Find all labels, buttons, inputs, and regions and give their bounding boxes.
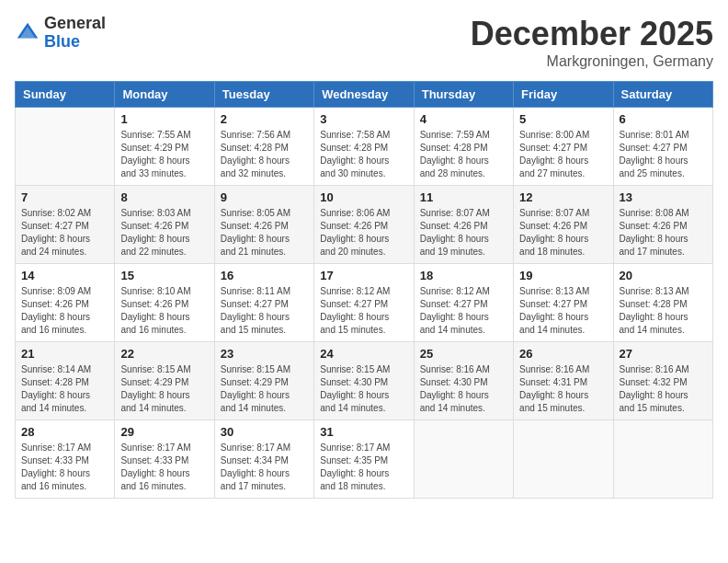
day-number: 9: [221, 190, 308, 204]
day-number: 12: [519, 190, 607, 204]
column-header-monday: Monday: [115, 82, 214, 108]
calendar-cell: 27Sunrise: 8:16 AM Sunset: 4:32 PM Dayli…: [613, 342, 712, 420]
calendar-cell: 28Sunrise: 8:17 AM Sunset: 4:33 PM Dayli…: [16, 420, 115, 499]
day-number: 26: [519, 347, 607, 361]
calendar-cell: [613, 420, 712, 499]
column-header-saturday: Saturday: [613, 82, 712, 108]
calendar-cell: 30Sunrise: 8:17 AM Sunset: 4:34 PM Dayli…: [214, 420, 313, 499]
day-number: 28: [21, 425, 108, 439]
day-info: Sunrise: 8:15 AM Sunset: 4:30 PM Dayligh…: [320, 363, 407, 415]
day-number: 16: [221, 269, 308, 282]
day-number: 3: [320, 112, 407, 126]
calendar-cell: 9Sunrise: 8:05 AM Sunset: 4:26 PM Daylig…: [214, 186, 313, 264]
calendar-cell: 8Sunrise: 8:03 AM Sunset: 4:26 PM Daylig…: [115, 186, 214, 264]
day-number: 18: [420, 269, 507, 282]
calendar-cell: 31Sunrise: 8:17 AM Sunset: 4:35 PM Dayli…: [314, 420, 414, 499]
calendar-table: SundayMondayTuesdayWednesdayThursdayFrid…: [15, 81, 713, 499]
day-number: 22: [120, 347, 208, 361]
calendar-cell: 26Sunrise: 8:16 AM Sunset: 4:31 PM Dayli…: [514, 342, 613, 420]
day-info: Sunrise: 8:03 AM Sunset: 4:26 PM Dayligh…: [120, 207, 208, 259]
day-number: 23: [221, 347, 308, 361]
day-info: Sunrise: 7:55 AM Sunset: 4:29 PM Dayligh…: [120, 129, 208, 180]
calendar-cell: 29Sunrise: 8:17 AM Sunset: 4:33 PM Dayli…: [115, 420, 214, 499]
day-info: Sunrise: 8:10 AM Sunset: 4:26 PM Dayligh…: [120, 285, 208, 337]
calendar-cell: 5Sunrise: 8:00 AM Sunset: 4:27 PM Daylig…: [514, 108, 613, 186]
calendar-cell: 11Sunrise: 8:07 AM Sunset: 4:26 PM Dayli…: [414, 186, 513, 264]
calendar-cell: 6Sunrise: 8:01 AM Sunset: 4:27 PM Daylig…: [613, 108, 712, 186]
calendar-cell: 18Sunrise: 8:12 AM Sunset: 4:27 PM Dayli…: [414, 264, 513, 342]
calendar-cell: 13Sunrise: 8:08 AM Sunset: 4:26 PM Dayli…: [613, 186, 712, 264]
column-header-thursday: Thursday: [414, 82, 513, 108]
day-info: Sunrise: 8:06 AM Sunset: 4:26 PM Dayligh…: [320, 207, 407, 259]
column-header-friday: Friday: [514, 82, 613, 108]
page-header: General Blue December 2025 Markgroningen…: [15, 15, 713, 70]
calendar-cell: [514, 420, 613, 499]
calendar-header-row: SundayMondayTuesdayWednesdayThursdayFrid…: [16, 82, 713, 108]
day-number: 27: [620, 347, 707, 361]
day-info: Sunrise: 8:17 AM Sunset: 4:33 PM Dayligh…: [120, 442, 208, 493]
day-info: Sunrise: 7:58 AM Sunset: 4:28 PM Dayligh…: [320, 129, 407, 180]
day-number: 17: [320, 269, 407, 282]
day-number: 1: [120, 112, 208, 126]
calendar-cell: 10Sunrise: 8:06 AM Sunset: 4:26 PM Dayli…: [314, 186, 414, 264]
day-number: 25: [420, 347, 507, 361]
day-number: 15: [120, 269, 208, 282]
day-number: 24: [320, 347, 407, 361]
day-info: Sunrise: 8:00 AM Sunset: 4:27 PM Dayligh…: [519, 129, 607, 180]
day-info: Sunrise: 8:02 AM Sunset: 4:27 PM Dayligh…: [21, 207, 108, 259]
calendar-week-row: 7Sunrise: 8:02 AM Sunset: 4:27 PM Daylig…: [16, 186, 713, 264]
calendar-cell: 20Sunrise: 8:13 AM Sunset: 4:28 PM Dayli…: [613, 264, 712, 342]
day-info: Sunrise: 8:13 AM Sunset: 4:27 PM Dayligh…: [519, 285, 607, 337]
day-number: 31: [320, 425, 407, 439]
day-info: Sunrise: 8:07 AM Sunset: 4:26 PM Dayligh…: [519, 207, 607, 259]
day-info: Sunrise: 8:16 AM Sunset: 4:31 PM Dayligh…: [519, 363, 607, 415]
day-info: Sunrise: 8:15 AM Sunset: 4:29 PM Dayligh…: [120, 363, 208, 415]
location: Markgroningen, Germany: [471, 53, 713, 70]
day-info: Sunrise: 8:17 AM Sunset: 4:33 PM Dayligh…: [21, 442, 108, 493]
day-info: Sunrise: 7:59 AM Sunset: 4:28 PM Dayligh…: [420, 129, 507, 180]
day-number: 5: [519, 112, 607, 126]
day-info: Sunrise: 8:01 AM Sunset: 4:27 PM Dayligh…: [620, 129, 707, 180]
day-info: Sunrise: 8:11 AM Sunset: 4:27 PM Dayligh…: [221, 285, 308, 337]
column-header-sunday: Sunday: [16, 82, 115, 108]
day-info: Sunrise: 8:17 AM Sunset: 4:34 PM Dayligh…: [221, 442, 308, 493]
calendar-cell: 12Sunrise: 8:07 AM Sunset: 4:26 PM Dayli…: [514, 186, 613, 264]
day-number: 7: [21, 190, 108, 204]
day-info: Sunrise: 8:16 AM Sunset: 4:32 PM Dayligh…: [620, 363, 707, 415]
column-header-tuesday: Tuesday: [214, 82, 313, 108]
logo-icon: [15, 20, 40, 46]
month-title: December 2025: [471, 15, 713, 53]
day-info: Sunrise: 8:08 AM Sunset: 4:26 PM Dayligh…: [620, 207, 707, 259]
day-info: Sunrise: 8:13 AM Sunset: 4:28 PM Dayligh…: [620, 285, 707, 337]
day-info: Sunrise: 7:56 AM Sunset: 4:28 PM Dayligh…: [221, 129, 308, 180]
day-info: Sunrise: 8:12 AM Sunset: 4:27 PM Dayligh…: [420, 285, 507, 337]
title-block: December 2025 Markgroningen, Germany: [471, 15, 713, 70]
day-number: 10: [320, 190, 407, 204]
calendar-cell: 24Sunrise: 8:15 AM Sunset: 4:30 PM Dayli…: [314, 342, 414, 420]
day-info: Sunrise: 8:14 AM Sunset: 4:28 PM Dayligh…: [21, 363, 108, 415]
calendar-cell: 23Sunrise: 8:15 AM Sunset: 4:29 PM Dayli…: [214, 342, 313, 420]
logo-text: General Blue: [44, 15, 106, 52]
day-number: 19: [519, 269, 607, 282]
day-info: Sunrise: 8:07 AM Sunset: 4:26 PM Dayligh…: [420, 207, 507, 259]
calendar-cell: 19Sunrise: 8:13 AM Sunset: 4:27 PM Dayli…: [514, 264, 613, 342]
calendar-cell: 7Sunrise: 8:02 AM Sunset: 4:27 PM Daylig…: [16, 186, 115, 264]
calendar-cell: 2Sunrise: 7:56 AM Sunset: 4:28 PM Daylig…: [214, 108, 313, 186]
calendar-cell: 16Sunrise: 8:11 AM Sunset: 4:27 PM Dayli…: [214, 264, 313, 342]
day-number: 13: [620, 190, 707, 204]
day-info: Sunrise: 8:16 AM Sunset: 4:30 PM Dayligh…: [420, 363, 507, 415]
calendar-week-row: 1Sunrise: 7:55 AM Sunset: 4:29 PM Daylig…: [16, 108, 713, 186]
day-info: Sunrise: 8:15 AM Sunset: 4:29 PM Dayligh…: [221, 363, 308, 415]
day-number: 29: [120, 425, 208, 439]
calendar-cell: 4Sunrise: 7:59 AM Sunset: 4:28 PM Daylig…: [414, 108, 513, 186]
day-number: 14: [21, 269, 108, 282]
day-number: 4: [420, 112, 507, 126]
day-number: 8: [120, 190, 208, 204]
day-number: 20: [620, 269, 707, 282]
calendar-cell: [414, 420, 513, 499]
day-number: 2: [221, 112, 308, 126]
calendar-week-row: 21Sunrise: 8:14 AM Sunset: 4:28 PM Dayli…: [16, 342, 713, 420]
calendar-cell: 1Sunrise: 7:55 AM Sunset: 4:29 PM Daylig…: [115, 108, 214, 186]
calendar-week-row: 28Sunrise: 8:17 AM Sunset: 4:33 PM Dayli…: [16, 420, 713, 499]
day-info: Sunrise: 8:09 AM Sunset: 4:26 PM Dayligh…: [21, 285, 108, 337]
